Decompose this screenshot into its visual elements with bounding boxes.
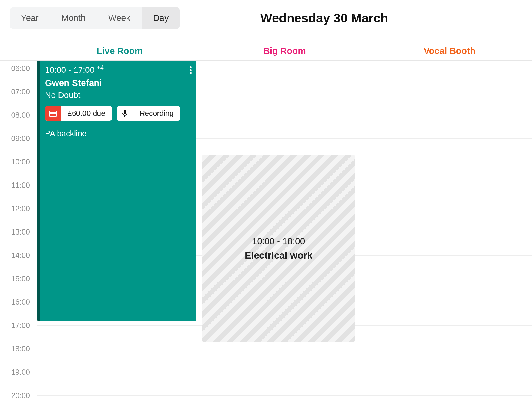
hour-label: 15:00: [0, 274, 34, 283]
hour-label: 17:00: [0, 321, 34, 330]
mic-icon: [117, 106, 133, 121]
hour-label: 18:00: [0, 345, 34, 353]
hour-label: 13:00: [0, 228, 34, 236]
svg-point-5: [190, 69, 192, 71]
event-artist: Gwen Stefani: [45, 78, 190, 88]
event-band: No Doubt: [45, 90, 190, 100]
hour-label: 16:00: [0, 298, 34, 306]
hour-label: 10:00: [0, 158, 34, 166]
event-notes: PA backline: [45, 129, 190, 138]
session-type-badge[interactable]: Recording: [117, 106, 180, 121]
payment-due-badge[interactable]: £60.00 due: [45, 106, 112, 121]
col-live-room[interactable]: 10:00 - 17:00 +4 Gwen Stefani No Doubt £…: [37, 61, 202, 419]
room-header-big-room[interactable]: Big Room: [202, 42, 367, 60]
hour-label: 14:00: [0, 251, 34, 260]
event-block-big-room[interactable]: 10:00 - 18:00 Electrical work: [202, 155, 355, 342]
date-title: Wednesday 30 March: [126, 11, 522, 25]
session-type-label: Recording: [133, 106, 180, 121]
event-time: 10:00 - 17:00: [45, 65, 94, 75]
hour-label: 06:00: [0, 64, 34, 73]
card-icon: [45, 106, 61, 121]
hour-label: 07:00: [0, 87, 34, 96]
col-big-room[interactable]: 10:00 - 18:00 Electrical work: [202, 61, 367, 419]
view-month-button[interactable]: Month: [50, 7, 97, 29]
svg-rect-1: [49, 112, 57, 114]
payment-due-label: £60.00 due: [61, 106, 112, 121]
hour-label: 12:00: [0, 204, 34, 213]
hour-label: 20:00: [0, 391, 34, 400]
svg-point-6: [190, 72, 192, 74]
hour-label: 08:00: [0, 111, 34, 120]
room-header-live-room[interactable]: Live Room: [37, 42, 202, 60]
event-booking-live-room[interactable]: 10:00 - 17:00 +4 Gwen Stefani No Doubt £…: [37, 61, 196, 321]
block-title: Electrical work: [245, 250, 312, 261]
col-vocal-booth[interactable]: [367, 61, 532, 419]
hour-label: 11:00: [0, 181, 34, 190]
hour-label: 09:00: [0, 134, 34, 143]
room-header-vocal-booth[interactable]: Vocal Booth: [367, 42, 532, 60]
view-year-button[interactable]: Year: [10, 7, 50, 29]
svg-rect-2: [124, 110, 126, 114]
block-time: 10:00 - 18:00: [252, 236, 305, 246]
event-plus-indicator: +4: [97, 64, 104, 71]
svg-point-4: [190, 66, 192, 68]
event-menu-button[interactable]: [190, 66, 192, 74]
hour-label: 19:00: [0, 368, 34, 377]
time-gutter: 06:00 07:00 08:00 09:00 10:00 11:00 12:0…: [0, 61, 37, 419]
